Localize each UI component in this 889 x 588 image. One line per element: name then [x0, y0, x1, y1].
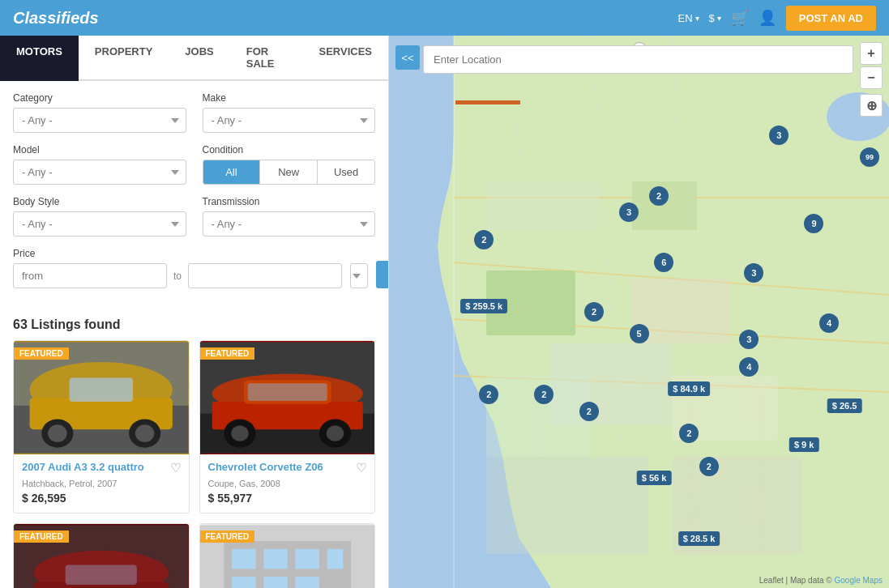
- tab-jobs[interactable]: JOBS: [169, 36, 229, 81]
- listing-title: 2007 Audi A3 3.2 quattro ♡: [22, 461, 181, 475]
- map-number-marker[interactable]: 3: [744, 263, 763, 283]
- body-style-group: Body Style - Any -: [13, 196, 186, 236]
- svg-point-5: [48, 424, 67, 442]
- locate-me-button[interactable]: ⊕: [860, 94, 883, 117]
- featured-badge: FEATURED: [14, 530, 69, 543]
- condition-group-wrap: Condition All New Used: [203, 144, 376, 185]
- condition-all-button[interactable]: All: [203, 160, 261, 184]
- map-number-marker[interactable]: 5: [630, 324, 649, 343]
- body-style-label: Body Style: [13, 196, 186, 207]
- nav-tabs: MOTORS PROPERTY JOBS FOR SALE SERVICES: [0, 36, 388, 81]
- map-number-marker[interactable]: 2: [479, 385, 498, 404]
- svg-rect-29: [263, 549, 287, 569]
- listing-info: Chevrolet Corvette Z06 ♡ Coupe, Gas, 200…: [200, 454, 375, 513]
- tab-services[interactable]: SERVICES: [302, 36, 388, 81]
- logo: Classifieds: [13, 9, 99, 28]
- price-group: Price to: [13, 248, 342, 288]
- condition-new-button[interactable]: New: [260, 160, 318, 184]
- header-right: EN ▾ $ ▾ 🛒 👤 POST AN AD: [677, 6, 876, 31]
- svg-rect-28: [232, 549, 255, 569]
- listing-card[interactable]: FEATURED ♡: [199, 523, 376, 588]
- map-number-marker[interactable]: 6: [654, 253, 673, 272]
- make-select[interactable]: - Any -: [203, 108, 376, 133]
- listing-meta: Coupe, Gas, 2008: [208, 479, 367, 488]
- featured-badge: FEATURED: [200, 530, 255, 543]
- location-input[interactable]: [423, 45, 853, 74]
- map-number-marker[interactable]: 2: [699, 457, 719, 476]
- map-price-marker[interactable]: $ 9 k: [789, 437, 818, 452]
- map-number-marker[interactable]: 9: [804, 214, 823, 233]
- listing-card[interactable]: FEATURED ♡: [13, 523, 190, 588]
- map-price-marker[interactable]: $ 56 k: [637, 471, 672, 485]
- model-select[interactable]: - Any -: [13, 160, 186, 185]
- map-price-marker[interactable]: $ 259.5 k: [460, 299, 507, 313]
- make-label: Make: [203, 92, 376, 104]
- category-select[interactable]: - Any -: [13, 108, 186, 133]
- language-selector[interactable]: EN ▾: [677, 12, 699, 24]
- make-group: Make - Any -: [203, 92, 376, 133]
- featured-badge: FEATURED: [200, 347, 255, 360]
- map-number-marker[interactable]: 2: [474, 230, 494, 249]
- tab-motors[interactable]: MOTORS: [0, 36, 79, 81]
- map-price-marker[interactable]: $ 26.5: [827, 398, 862, 413]
- currency-selector[interactable]: $ ▾: [709, 12, 721, 24]
- price-any-select[interactable]: Any: [350, 263, 368, 288]
- map-number-marker[interactable]: 2: [649, 186, 669, 206]
- favorite-icon[interactable]: ♡: [170, 461, 181, 475]
- map-number-marker[interactable]: 3: [619, 202, 639, 222]
- body-style-select[interactable]: - Any -: [13, 211, 186, 236]
- map-container[interactable]: $ 259.5 k $ 84.9 k $ 26.5 $ 9 k $ 56 k $…: [389, 36, 889, 588]
- map-number-marker[interactable]: 2: [534, 385, 553, 404]
- map-number-marker[interactable]: 2: [584, 302, 604, 322]
- svg-rect-51: [455, 100, 520, 104]
- location-input-wrapper: [423, 45, 853, 74]
- zoom-in-button[interactable]: +: [860, 42, 883, 65]
- listing-card[interactable]: FEATURED Chevrolet Corvette Z06 ♡ Coupe,…: [199, 340, 376, 513]
- map-number-marker[interactable]: 4: [819, 313, 839, 333]
- price-any-group: Any: [350, 263, 368, 288]
- price-to-label: to: [173, 271, 182, 282]
- svg-rect-32: [232, 577, 255, 588]
- map-number-marker[interactable]: 3: [769, 126, 789, 145]
- filter-row-3: Body Style - Any - Transmission - Any -: [13, 196, 375, 236]
- user-icon[interactable]: 👤: [759, 9, 776, 27]
- listing-image: FEATURED: [200, 524, 375, 588]
- condition-label: Condition: [203, 144, 376, 156]
- svg-rect-52: [486, 181, 600, 230]
- svg-point-15: [231, 425, 249, 441]
- listing-price: $ 55,977: [208, 492, 367, 505]
- cart-icon[interactable]: 🛒: [731, 9, 749, 27]
- favorite-icon[interactable]: ♡: [356, 461, 366, 475]
- svg-rect-31: [327, 549, 343, 569]
- chevron-down-icon: ▾: [695, 14, 699, 23]
- search-button[interactable]: SEaRCH: [376, 261, 389, 288]
- map-number-marker[interactable]: 4: [739, 357, 759, 377]
- price-to-input[interactable]: [188, 263, 342, 288]
- price-from-input[interactable]: [13, 263, 167, 288]
- model-label: Model: [13, 144, 186, 156]
- map-number-marker[interactable]: 3: [739, 330, 759, 349]
- map-price-marker[interactable]: $ 84.9 k: [668, 381, 710, 396]
- transmission-select[interactable]: - Any -: [203, 211, 376, 236]
- map-number-marker[interactable]: 2: [579, 402, 599, 421]
- category-group: Category - Any -: [13, 92, 186, 133]
- listing-card[interactable]: FEATURED 2007 Audi A3 3.2 quattro ♡ Hatc…: [13, 340, 190, 513]
- collapse-map-button[interactable]: <<: [395, 45, 420, 70]
- map-controls: + − ⊕: [860, 42, 883, 117]
- condition-used-button[interactable]: Used: [318, 160, 374, 184]
- filter-area: Category - Any - Make - Any - Model: [0, 81, 388, 311]
- listing-meta: Hatchback, Petrol, 2007: [22, 479, 181, 488]
- condition-buttons: All New Used: [203, 160, 376, 185]
- listing-title: Chevrolet Corvette Z06 ♡: [208, 461, 367, 475]
- listing-price: $ 26,595: [22, 492, 181, 505]
- zoom-out-button[interactable]: −: [860, 66, 883, 89]
- map-number-marker[interactable]: 2: [679, 424, 699, 443]
- listing-image: FEATURED: [14, 524, 189, 588]
- map-price-marker[interactable]: $ 28.5 k: [678, 531, 720, 546]
- map-number-marker[interactable]: 99: [860, 147, 879, 167]
- tab-property[interactable]: PROPERTY: [79, 36, 169, 81]
- tab-for-sale[interactable]: FOR SALE: [230, 36, 303, 81]
- price-label: Price: [13, 248, 342, 259]
- post-ad-button[interactable]: POST AN AD: [786, 6, 876, 31]
- category-label: Category: [13, 92, 186, 104]
